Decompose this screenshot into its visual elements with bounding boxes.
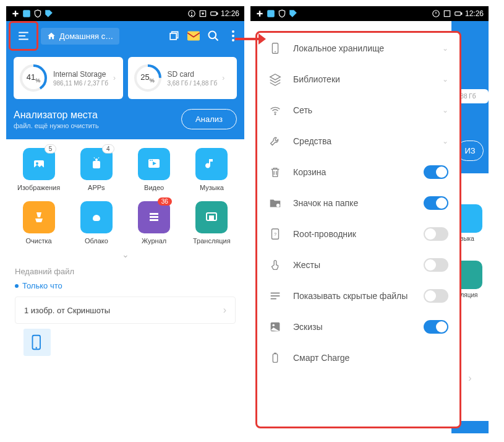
analyze-button[interactable]: Анализ: [181, 109, 237, 129]
grid-icon: [80, 201, 113, 233]
breadcrumb-home[interactable]: Домашняя с…: [41, 28, 119, 45]
annotation-arrow: [235, 30, 266, 48]
phone-screen-right: 12:26 4,88 Гб ИЗ лузыка нсляция › Локаль…: [250, 6, 489, 433]
svg-rect-49: [461, 13, 462, 14]
grid-label: Трансляция: [193, 237, 231, 245]
sd-card-card[interactable]: 25% SD card 3,68 Гб / 14,88 Гб ›: [128, 57, 237, 99]
drawer-item-root[interactable]: ?Root-проводник: [257, 219, 459, 249]
hamburger-icon: [17, 32, 30, 40]
alert-icon: [432, 9, 440, 18]
badge: 5: [45, 144, 57, 154]
windows-icon: [168, 30, 180, 42]
grid-icon: [195, 148, 228, 180]
toggle-switch[interactable]: [424, 227, 448, 241]
drawer-label: Жесты: [293, 260, 412, 270]
windows-button[interactable]: [165, 27, 182, 45]
storage-ring: 25%: [133, 63, 163, 93]
drawer-item-layers[interactable]: Библиотеки⌄: [257, 64, 459, 95]
mail-button[interactable]: [185, 27, 202, 45]
analyzer-subtitle: файл. ещё нужно очистить: [14, 122, 99, 129]
drawer-item-trash[interactable]: Корзина: [257, 157, 459, 188]
phone-icon: [268, 41, 282, 55]
search-button[interactable]: [205, 27, 222, 45]
app-icon: [267, 9, 275, 18]
drawer-item-battery[interactable]: Смарт Charge: [257, 342, 459, 373]
grid-item-1[interactable]: 4APPs: [70, 148, 122, 191]
drawer-label: Библиотеки: [293, 74, 431, 84]
svg-rect-25: [93, 161, 100, 168]
root-icon: ?: [268, 227, 282, 241]
alert-icon: [187, 9, 196, 18]
storage-ring: 41%: [19, 63, 48, 93]
svg-rect-62: [274, 353, 276, 354]
drawer-item-wifi[interactable]: Сеть⌄: [257, 95, 459, 126]
toggle-switch[interactable]: [424, 258, 448, 272]
expand-chevron[interactable]: ⌄: [6, 247, 244, 262]
grid-label: APPs: [88, 184, 105, 191]
recent-section: Недавний файл Только что 1 изобр. от Скр…: [6, 262, 244, 361]
toggle-switch[interactable]: [424, 320, 448, 334]
wrench-icon: [268, 134, 282, 148]
storage-name: Internal Storage: [53, 70, 108, 79]
svg-rect-8: [217, 13, 218, 14]
grid-item-7[interactable]: Трансляция: [186, 201, 238, 245]
grid-item-2[interactable]: Видео: [128, 148, 181, 191]
drawer-item-wrench[interactable]: Средства⌄: [257, 126, 459, 157]
grid-item-5[interactable]: Облако: [70, 201, 122, 245]
internal-storage-card[interactable]: 41% Internal Storage 986,11 М6 / 2,37 Гб…: [14, 57, 123, 99]
chevron-down-icon: ⌄: [442, 106, 448, 115]
plus-icon: [11, 9, 20, 18]
thumb-icon: [268, 320, 282, 334]
analyzer-row: Анализатор места файл. ещё нужно очистит…: [14, 109, 237, 129]
recent-file-card[interactable]: 1 изобр. от Скриншоты ›: [15, 297, 236, 324]
drawer-item-lines[interactable]: Показывать скрытые файлы: [257, 280, 459, 311]
svg-point-5: [191, 15, 192, 15]
svg-line-28: [98, 157, 99, 158]
recent-thumb[interactable]: [23, 329, 51, 356]
app-icon: [22, 9, 31, 18]
battery-icon: [454, 9, 463, 18]
drawer-label: Значок на папке: [293, 198, 412, 208]
navigation-drawer: Локальное хранилище⌄Библиотеки⌄Сеть⌄Сред…: [255, 31, 461, 428]
grid-icon: [138, 148, 170, 180]
toggle-switch[interactable]: [424, 289, 448, 303]
svg-point-32: [152, 160, 153, 161]
drawer-label: Сеть: [293, 105, 431, 115]
drawer-label: Локальное хранилище: [293, 43, 431, 53]
svg-rect-2: [23, 10, 30, 17]
status-time: 12:26: [465, 9, 484, 18]
grid-label: Изображения: [17, 184, 60, 191]
category-grid: 5Изображения4APPsВидеоМузыкаОчисткаОблак…: [6, 139, 244, 247]
chevron-down-icon: ⌄: [442, 44, 448, 53]
grid-item-0[interactable]: 5Изображения: [12, 148, 65, 191]
storage-name: SD card: [168, 70, 218, 79]
drawer-item-phone[interactable]: Локальное хранилище⌄: [257, 33, 459, 64]
svg-point-39: [36, 347, 38, 349]
toggle-switch[interactable]: [424, 165, 448, 179]
tag-icon: [45, 9, 53, 18]
mail-icon: [187, 31, 200, 41]
storage-section: 41% Internal Storage 986,11 М6 / 2,37 Гб…: [6, 51, 244, 139]
svg-rect-1: [12, 13, 18, 14]
overflow-icon: [232, 30, 234, 41]
grid-item-3[interactable]: Музыка: [186, 148, 238, 191]
drawer-item-thumb[interactable]: Эскизы: [257, 311, 459, 342]
app-bar: Домашняя с…: [6, 21, 244, 51]
storage-size: 3,68 Гб / 14,88 Гб: [168, 80, 218, 87]
svg-marker-41: [258, 33, 266, 45]
grid-item-6[interactable]: 36Журнал: [128, 201, 181, 245]
tag-icon: [289, 9, 297, 18]
grid-icon: [138, 201, 170, 233]
svg-point-14: [209, 32, 216, 39]
trash-icon: [268, 165, 282, 179]
drawer-item-folder[interactable]: Значок на папке: [257, 188, 459, 219]
drawer-label: Root-проводник: [293, 229, 412, 239]
toggle-switch[interactable]: [424, 196, 448, 210]
grid-item-4[interactable]: Очистка: [12, 201, 65, 245]
svg-point-53: [276, 204, 280, 207]
svg-point-17: [232, 35, 234, 37]
plus-icon: [255, 9, 264, 18]
drawer-item-gesture[interactable]: Жесты: [257, 249, 459, 280]
svg-point-24: [36, 162, 38, 165]
hamburger-menu-button[interactable]: [9, 21, 38, 51]
